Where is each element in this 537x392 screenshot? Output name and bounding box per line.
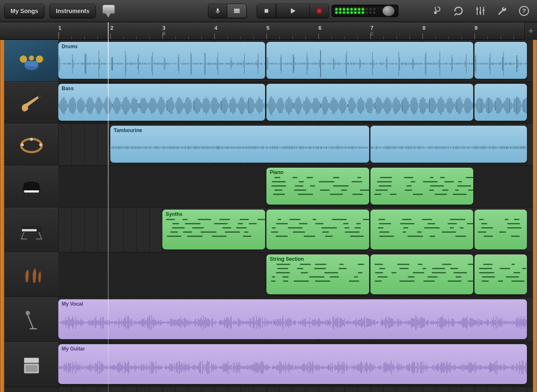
mixer-icon[interactable] (475, 5, 486, 16)
region-my-guitar[interactable]: My Guitar (58, 344, 527, 384)
amp-icon (17, 352, 46, 377)
track-header-tambourine[interactable] (4, 124, 58, 166)
region-synths[interactable] (370, 210, 473, 249)
region-label: My Vocal (62, 301, 524, 307)
region-tambourine[interactable] (370, 126, 527, 163)
tracks-mode-button[interactable] (227, 4, 247, 18)
region-drums[interactable]: Drums (58, 42, 265, 79)
bar-number: 2 (110, 25, 113, 31)
region-bass[interactable] (474, 84, 527, 121)
master-volume-knob[interactable] (382, 5, 395, 16)
track-header-piano[interactable] (4, 166, 58, 208)
bar-number: 5 (266, 25, 269, 31)
region-label: Synths (166, 211, 262, 217)
region-label: Drums (62, 44, 262, 49)
microphone-icon (214, 7, 221, 15)
region-piano[interactable] (370, 168, 473, 205)
bar-number: 4 (214, 25, 217, 31)
svg-rect-4 (265, 9, 268, 13)
help-icon[interactable]: ? (519, 5, 529, 16)
region-piano[interactable]: Piano (266, 168, 369, 205)
region-label: My Guitar (62, 346, 524, 352)
svg-rect-2 (234, 10, 240, 11)
svg-point-15 (29, 55, 34, 60)
svg-line-27 (28, 315, 33, 329)
svg-rect-6 (476, 8, 478, 10)
region-label: Bass (62, 86, 262, 91)
region-synths[interactable]: Synths (162, 210, 265, 249)
my-songs-button[interactable]: My Songs (4, 4, 44, 18)
bar-number: 3 (162, 25, 165, 31)
timeline-area[interactable]: DrumsBassTambourinePianoSynthsString Sec… (58, 40, 533, 392)
play-icon (289, 7, 297, 15)
svg-point-20 (30, 138, 33, 140)
svg-point-14 (36, 55, 43, 63)
record-icon (316, 8, 322, 14)
track-headers (4, 40, 58, 392)
record-button[interactable] (310, 4, 329, 18)
region-bass[interactable]: Bass (58, 84, 265, 121)
bar-number: 1 (58, 25, 61, 31)
loop-note-icon[interactable] (431, 5, 442, 16)
input-mode-segment (208, 4, 247, 18)
wood-left (0, 40, 4, 392)
region-label: Piano (270, 169, 366, 175)
track-header-synth[interactable] (4, 208, 58, 252)
wood-right (533, 40, 537, 392)
region-drums[interactable] (266, 42, 473, 79)
master-meter: // placeholder — meter built below via J… (331, 5, 399, 17)
drums-icon (17, 48, 46, 73)
synth-icon (17, 218, 46, 243)
settings-wrench-icon[interactable] (497, 5, 508, 16)
region-string-section[interactable] (474, 254, 527, 294)
bar-number: 9 (474, 25, 477, 31)
region-label: String Section (270, 256, 366, 262)
svg-rect-8 (482, 10, 484, 11)
stop-button[interactable] (257, 4, 276, 18)
add-section-button[interactable]: + (524, 22, 537, 40)
right-tools: ? (431, 5, 533, 16)
svg-point-18 (21, 143, 23, 146)
track-header-bass[interactable] (4, 82, 58, 124)
region-string-section[interactable] (370, 254, 473, 294)
track-header-amp[interactable] (4, 342, 58, 387)
toolbar: My Songs Instruments // placeho (0, 0, 537, 22)
svg-rect-1 (234, 9, 240, 10)
svg-rect-21 (24, 190, 39, 192)
track-header-mic[interactable] (4, 297, 58, 342)
bar-number: 7 (370, 25, 373, 31)
svg-point-13 (20, 55, 27, 63)
region-string-section[interactable]: String Section (266, 254, 369, 294)
bass-icon (17, 90, 46, 115)
region-drums[interactable] (474, 42, 527, 79)
svg-text:?: ? (522, 7, 526, 14)
region-tambourine[interactable]: Tambourine (110, 126, 369, 163)
svg-rect-0 (217, 8, 219, 11)
transport-segment (257, 4, 329, 18)
svg-rect-22 (23, 192, 25, 197)
strings-icon (17, 262, 46, 288)
region-synths[interactable] (474, 210, 527, 249)
track-header-strings[interactable] (4, 252, 58, 297)
svg-rect-23 (38, 192, 39, 197)
region-label: Tambourine (114, 127, 366, 133)
piano-icon (17, 174, 46, 199)
mic-mode-button[interactable] (208, 4, 227, 18)
svg-rect-30 (26, 365, 37, 372)
region-my-vocal[interactable]: My Vocal (58, 299, 527, 339)
ruler[interactable]: + 1I23B4567C89 (0, 22, 537, 40)
stop-icon (263, 7, 270, 15)
tracks-icon (233, 7, 240, 15)
svg-rect-7 (480, 12, 481, 13)
mic-icon (17, 307, 46, 332)
track-header-drums[interactable] (4, 40, 58, 82)
play-button[interactable] (276, 4, 310, 18)
loop-browser-icon[interactable] (453, 5, 464, 16)
instruments-button[interactable]: Instruments (50, 4, 96, 18)
svg-rect-16 (38, 95, 42, 98)
region-bass[interactable] (266, 84, 473, 121)
svg-rect-25 (22, 229, 36, 231)
region-synths[interactable] (266, 210, 369, 249)
workspace: DrumsBassTambourinePianoSynthsString Sec… (0, 40, 537, 392)
tambourine-icon (17, 132, 46, 157)
